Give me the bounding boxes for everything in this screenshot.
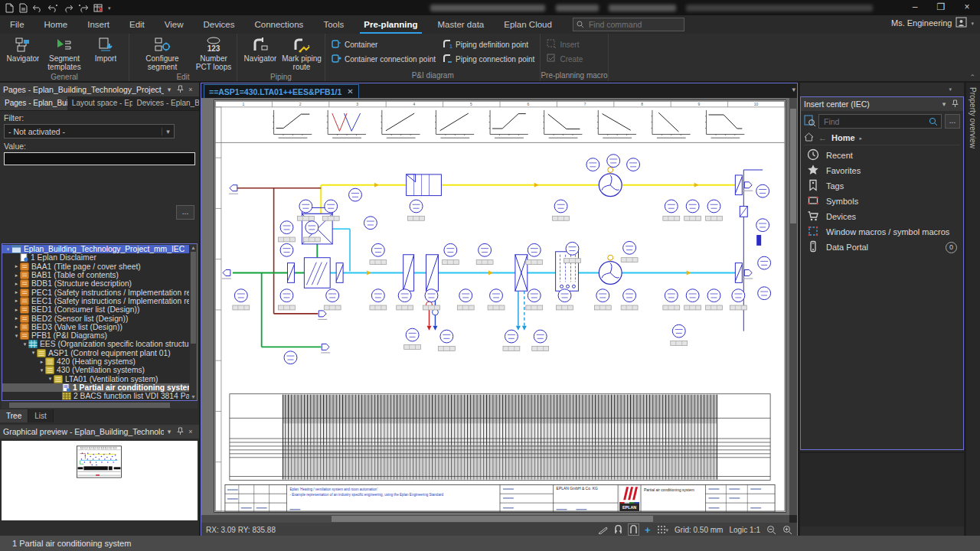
tree-expand-icon[interactable]: ▸	[13, 281, 20, 287]
tree-item[interactable]: 1 Eplan Disclaimer	[2, 253, 189, 262]
graphical-preview[interactable]	[2, 441, 198, 520]
tree-expand-icon[interactable]: ▾	[38, 367, 45, 373]
ribbon-tab-home[interactable]: Home	[34, 15, 78, 34]
close-icon[interactable]: ✕	[347, 87, 353, 96]
ribbon-tab-eplan-cloud[interactable]: Eplan Cloud	[494, 15, 562, 34]
ribbon-tab-devices[interactable]: Devices	[194, 15, 245, 34]
insert-center-item-recent[interactable]: Recent	[801, 148, 963, 163]
dock-dropdown-icon[interactable]: ▾	[949, 86, 952, 93]
filter-more-button[interactable]: ...	[176, 205, 194, 220]
ribbon-button-segment-templates[interactable]: Segment templates	[44, 35, 84, 72]
tree-expand-icon[interactable]: ▾	[21, 341, 28, 347]
find-input-wrap[interactable]	[818, 114, 942, 129]
tree-expand-icon[interactable]: ▸	[13, 263, 20, 269]
close-icon[interactable]: ×	[185, 428, 196, 435]
tree-item[interactable]: ▸BED2 (Sensor list (Design))	[2, 314, 189, 322]
filter-combobox[interactable]: - Not activated - ▾	[4, 124, 175, 139]
tree-item[interactable]: ▸BAB1 (Table of contents)	[2, 271, 189, 279]
ribbon-button-mark-piping-route[interactable]: Mark piping route	[282, 35, 322, 72]
tree-vertical-scrollbar[interactable]: ▲ ▼	[190, 244, 197, 400]
tab-list[interactable]: List	[28, 409, 54, 422]
tree-item[interactable]: ▾Eplan_Building_Technology_Project_mm_IE…	[2, 245, 189, 253]
tree-expand-icon[interactable]: ▸	[13, 324, 20, 330]
tree-expand-icon[interactable]: ▾	[13, 333, 20, 339]
breadcrumb-expand-icon[interactable]: ▸	[860, 135, 863, 142]
insert-center-item-favorites[interactable]: Favorites	[801, 163, 963, 178]
tree-item[interactable]: 3 BACS function list VDI 3814 Part 4.3	[2, 400, 189, 401]
panel-menu-icon[interactable]: ▾	[164, 428, 175, 435]
ribbon-button-create[interactable]: Create	[544, 53, 585, 65]
value-input[interactable]	[4, 152, 195, 165]
ribbon-tab-pre-planning[interactable]: Pre-planning	[354, 15, 427, 34]
pin-icon[interactable]	[949, 99, 960, 109]
insert-center-item-symbols[interactable]: Symbols	[801, 194, 963, 209]
panel-menu-icon[interactable]: ▾	[939, 100, 949, 108]
ribbon-button-container-connection-point[interactable]: Container connection point	[328, 53, 438, 65]
search-icon[interactable]	[929, 117, 938, 126]
ribbon-tab-view[interactable]: View	[155, 15, 194, 34]
ribbon-tab-insert[interactable]: Insert	[77, 15, 119, 34]
undo-list-icon[interactable]	[47, 3, 58, 13]
tab-property-overview[interactable]: Property overview	[969, 87, 977, 148]
insert-center-item-devices[interactable]: Devices	[801, 209, 963, 224]
tree-item[interactable]: ▾EES (Organization specific location str…	[2, 340, 189, 348]
command-search-input[interactable]	[587, 19, 675, 30]
redo-icon[interactable]	[63, 3, 74, 13]
insert-center-item-data-portal[interactable]: Data Portal0	[801, 240, 963, 255]
ribbon-button-insert[interactable]: Insert	[544, 38, 585, 51]
ribbon-tab-edit[interactable]: Edit	[119, 15, 155, 34]
graphic-edit-icon[interactable]	[598, 526, 608, 534]
breadcrumb[interactable]: Home	[831, 133, 855, 142]
tree-item[interactable]: ▸EEC1 (Safety instructions / Implementat…	[2, 297, 189, 305]
close-button[interactable]: ×	[954, 0, 980, 15]
tree-expand-icon[interactable]: ▾	[47, 376, 54, 382]
tab-layout-space[interactable]: Layout space - Eplan...	[67, 96, 132, 110]
home-icon[interactable]	[804, 132, 814, 143]
ribbon-button-number-pct-loops[interactable]: 123Number PCT loops	[194, 35, 234, 72]
pages-tree[interactable]: ▾Eplan_Building_Technology_Project_mm_IE…	[2, 243, 198, 401]
tree-item[interactable]: ▾LTA01 (Ventilation system)	[2, 374, 189, 383]
back-icon[interactable]: ←	[818, 133, 827, 142]
zoom-out-icon[interactable]	[766, 525, 776, 535]
tree-item[interactable]: ▸BAA1 (Title page / cover sheet)	[2, 262, 189, 271]
close-project-icon[interactable]	[93, 3, 103, 13]
ribbon-tab-connections[interactable]: Connections	[244, 15, 313, 34]
tree-expand-icon[interactable]: ▸	[13, 298, 20, 304]
find-more-button[interactable]: ...	[945, 114, 960, 129]
panel-menu-icon[interactable]: ▾	[164, 86, 175, 93]
tree-item[interactable]: 2 BACS function list VDI 3814 Part 4.3	[2, 392, 189, 400]
new-page-icon[interactable]	[5, 3, 14, 13]
collapse-ribbon-icon[interactable]: ⌃	[969, 73, 975, 81]
tree-item[interactable]: ▾430 (Ventilation systems)	[2, 366, 189, 374]
tree-expand-icon[interactable]: ▸	[13, 272, 20, 279]
pin-icon[interactable]	[175, 85, 185, 94]
tree-item[interactable]: ▸BED1 (Consumer list (Design))	[2, 305, 189, 314]
tree-item[interactable]: ▾PFB1 (P&I Diagrams)	[2, 331, 189, 340]
tree-expand-icon[interactable]: ▸	[13, 315, 20, 321]
scroll-down-icon[interactable]: ▼	[190, 393, 197, 400]
tree-expand-icon[interactable]: ▾	[5, 246, 11, 253]
tree-item[interactable]: ▾ASP1 (Control equipment plant 01)	[2, 349, 189, 357]
document-list-dropdown-icon[interactable]: ▾	[792, 86, 795, 93]
crosshair-icon[interactable]: +	[645, 524, 651, 536]
ribbon-tab-file[interactable]: File	[0, 15, 34, 34]
zoom-in-icon[interactable]	[782, 525, 792, 535]
drawing-page[interactable]: 12345678910Eplan 'Heating / ventilation …	[214, 100, 786, 512]
tree-horizontal-scrollbar[interactable]	[2, 402, 198, 409]
ribbon-tab-master-data[interactable]: Master data	[428, 15, 495, 34]
command-search-box[interactable]	[573, 18, 684, 31]
tree-expand-icon[interactable]: ▸	[13, 289, 20, 295]
close-icon[interactable]: ×	[185, 86, 196, 93]
tab-devices[interactable]: Devices - Eplan_Build...	[132, 96, 199, 110]
ribbon-button-configure-segment-definitions[interactable]: Configure segment definitions	[132, 35, 192, 72]
chevron-down-icon[interactable]: ▾	[162, 128, 174, 135]
tree-item[interactable]: 1 Partial air conditioning system	[2, 383, 189, 392]
object-snap-icon[interactable]	[629, 524, 639, 535]
tree-item[interactable]: ▸BDB1 (Structure description)	[2, 279, 189, 288]
tree-item[interactable]: ▸PEC1 (Safety instructions / Implementat…	[2, 288, 189, 296]
user-area[interactable]: Ms. Engineering ▾	[891, 17, 974, 29]
document-tab[interactable]: ==ASP1=430.LTA01++EES&PFB1/1 ✕	[204, 84, 359, 99]
snap-icon[interactable]	[614, 525, 622, 534]
quick-access-dropdown-icon[interactable]: ▾	[108, 5, 111, 11]
canvas-vertical-scrollbar[interactable]	[789, 98, 797, 515]
